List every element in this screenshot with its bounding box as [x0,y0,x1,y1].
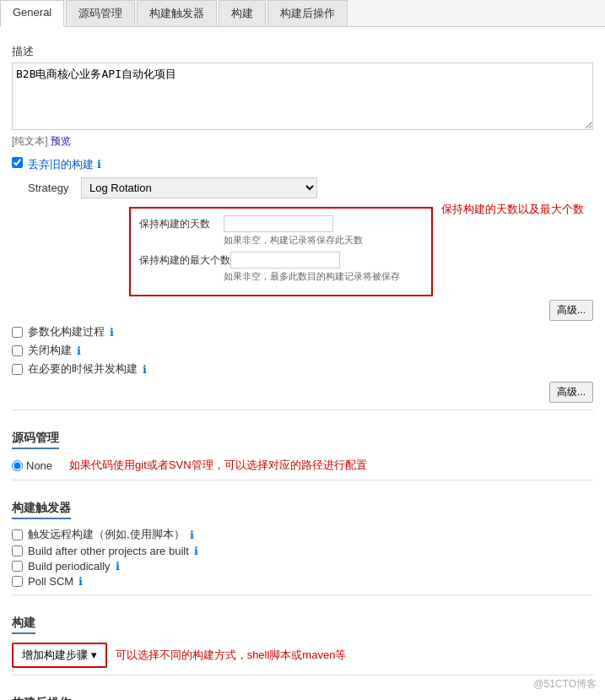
discard-section: 丢弃旧的构建 ℹ Strategy Log Rotation 保持构建的天数 [12,157,593,321]
trigger-label-2: Build periodically [28,560,111,572]
tab-build-triggers[interactable]: 构建触发器 [137,0,217,26]
max-label: 保持构建的最大个数 [139,253,230,268]
days-input[interactable] [224,215,333,232]
trigger-label-0: 触发远程构建（例如,使用脚本） [28,527,185,542]
text-format[interactable]: [纯文本] [12,135,48,147]
advanced-button-1[interactable]: 高级... [549,300,593,321]
close-build-info-icon: ℹ [77,345,81,357]
parameterize-info-icon: ℹ [110,326,114,339]
trigger-info-3: ℹ [78,575,83,588]
build-header: 构建 [12,616,35,634]
trigger-checkbox-3[interactable] [12,576,23,587]
close-build-checkbox[interactable] [12,345,23,356]
watermark: @51CTO博客 [533,677,597,692]
close-build-label: 关闭构建 [28,343,72,358]
discard-checkbox[interactable] [12,157,23,168]
trigger-row-0: 触发远程构建（例如,使用脚本） ℹ [12,527,593,542]
tabs-bar: General 源码管理 构建触发器 构建 构建后操作 [0,0,605,27]
concurrent-label: 在必要的时候并发构建 [28,361,138,377]
source-options: None 如果代码使用git或者SVN管理，可以选择对应的路径进行配置 [12,458,593,473]
build-triggers-header: 构建触发器 [12,501,71,519]
preview-link[interactable]: 预览 [51,135,71,147]
strategy-label: Strategy [28,182,74,194]
max-hint: 如果非空，最多此数目的构建记录将被保存 [224,270,423,283]
post-build-section: 构建后操作 增加构建后操作步骤 [12,684,593,700]
trigger-row-2: Build periodically ℹ [12,560,593,572]
concurrent-checkbox[interactable] [12,364,23,375]
log-rotation-box: 保持构建的天数 如果非空，构建记录将保存此天数 保持构建的最大个数 如果非空，最… [129,207,433,296]
days-hint: 如果非空，构建记录将保存此天数 [224,234,423,247]
trigger-info-0: ℹ [190,529,194,541]
build-hint: 可以选择不同的构建方式，shell脚本或maven等 [116,648,347,663]
description-textarea[interactable]: B2B电商核心业务API自动化项目 [12,62,593,130]
tab-source-mgmt[interactable]: 源码管理 [66,0,135,26]
trigger-label-1: Build after other projects are built [28,545,189,557]
trigger-checkbox-1[interactable] [12,545,23,556]
concurrent-info-icon: ℹ [143,363,147,376]
tab-build[interactable]: 构建 [219,0,266,26]
discard-label: 丢弃旧的构建 [28,158,94,171]
description-label: 描述 [12,44,593,59]
days-label: 保持构建的天数 [139,217,224,231]
none-option: None [12,459,52,472]
advanced-button-2[interactable]: 高级... [549,382,593,403]
close-build-row: 关闭构建 ℹ [12,343,593,358]
post-build-header: 构建后操作 [12,696,71,700]
parameterize-row: 参数化构建过程 ℹ [12,324,593,339]
trigger-checkbox-0[interactable] [12,529,23,540]
advanced-btn-row2: 高级... [12,382,593,403]
none-label: None [26,459,52,472]
concurrent-row: 在必要的时候并发构建 ℹ [12,361,593,377]
parameterize-checkbox[interactable] [12,327,23,338]
main-content: 描述 B2B电商核心业务API自动化项目 [纯文本] 预览 丢弃旧的构建 ℹ S… [0,27,605,700]
strategy-select[interactable]: Log Rotation [81,177,317,198]
days-row: 保持构建的天数 [139,215,423,232]
max-row: 保持构建的最大个数 [139,252,423,269]
advanced-btn-row1: 高级... [28,300,593,321]
tab-general[interactable]: General [0,0,64,27]
parameterize-label: 参数化构建过程 [28,324,105,339]
source-mgmt-header: 源码管理 [12,431,59,449]
none-radio[interactable] [12,460,23,471]
add-build-step-button[interactable]: 增加构建步骤 ▾ [12,643,107,668]
trigger-row-3: Poll SCM ℹ [12,575,593,588]
text-format-links: [纯文本] 预览 [12,134,593,149]
trigger-checkbox-2[interactable] [12,561,23,572]
trigger-row-1: Build after other projects are built ℹ [12,545,593,557]
trigger-label-3: Poll SCM [28,575,73,588]
discard-info-icon: ℹ [97,158,101,171]
build-section: 构建 增加构建步骤 ▾ 可以选择不同的构建方式，shell脚本或maven等 [12,604,593,668]
max-input[interactable] [230,252,340,269]
trigger-info-2: ℹ [116,560,120,572]
red-hint-text: 保持构建的天数以及最大个数 [441,202,584,217]
tab-post-build[interactable]: 构建后操作 [267,0,348,26]
build-triggers-section: 构建触发器 触发远程构建（例如,使用脚本） ℹ Build after othe… [12,489,593,588]
strategy-row: Strategy Log Rotation [28,177,593,198]
source-mgmt-section: 源码管理 None 如果代码使用git或者SVN管理，可以选择对应的路径进行配置 [12,419,593,473]
trigger-info-1: ℹ [194,545,198,557]
source-hint: 如果代码使用git或者SVN管理，可以选择对应的路径进行配置 [69,458,366,473]
